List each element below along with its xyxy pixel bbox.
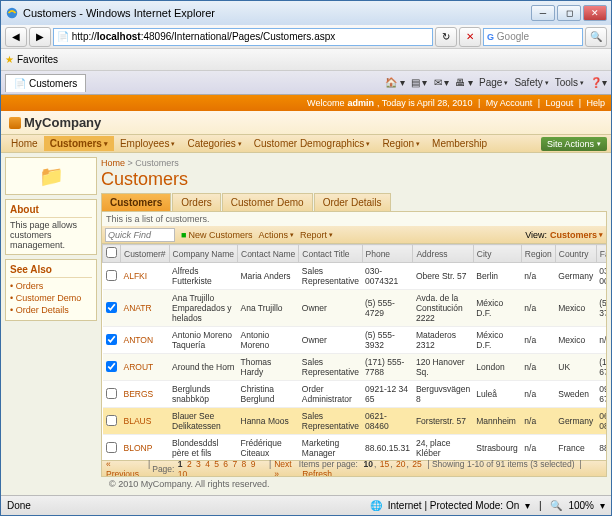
zoom-icon[interactable]: 🔍: [550, 500, 562, 511]
column-header[interactable]: [103, 245, 121, 263]
seealso-item[interactable]: Order Details: [10, 304, 92, 316]
address-bar[interactable]: 📄 http://localhost:48096/International/P…: [53, 28, 433, 46]
pager-page[interactable]: 1: [178, 459, 183, 469]
help-icon[interactable]: ❓▾: [590, 77, 607, 88]
subtab-order-details[interactable]: Order Details: [314, 193, 391, 211]
row-checkbox[interactable]: [106, 302, 117, 313]
protected-mode-toggle[interactable]: ▾: [525, 500, 530, 511]
pager-next[interactable]: Next »: [274, 459, 298, 478]
table-row[interactable]: AROUTAround the HornThomas HardySales Re…: [103, 354, 607, 381]
pager-refresh[interactable]: Refresh: [302, 469, 332, 478]
pager-prev[interactable]: « Previous: [106, 459, 145, 478]
forward-button[interactable]: ▶: [29, 27, 51, 47]
column-header[interactable]: Company Name: [169, 245, 237, 263]
subtab-customers[interactable]: Customers: [101, 193, 171, 211]
pager-page[interactable]: 4: [205, 459, 210, 469]
nav-item-employees[interactable]: Employees▾: [114, 136, 181, 151]
tools-menu[interactable]: Tools: [555, 77, 584, 88]
search-box[interactable]: G Google: [483, 28, 583, 46]
column-header[interactable]: Contact Title: [299, 245, 362, 263]
row-checkbox[interactable]: [106, 270, 117, 281]
row-checkbox[interactable]: [106, 388, 117, 399]
print-icon[interactable]: 🖶 ▾: [455, 77, 473, 88]
pager-page[interactable]: 7: [232, 459, 237, 469]
report-menu[interactable]: Report: [300, 230, 333, 240]
logout-link[interactable]: Logout: [546, 98, 574, 108]
pager-page[interactable]: 10: [178, 469, 187, 478]
table-row[interactable]: ANATRAna Trujillo Emparedados y heladosA…: [103, 290, 607, 327]
zoom-level[interactable]: 100%: [568, 500, 594, 511]
stop-button[interactable]: ✕: [459, 27, 481, 47]
pager-page[interactable]: 8: [242, 459, 247, 469]
customer-id-link[interactable]: ALFKI: [121, 263, 170, 290]
nav-item-categories[interactable]: Categories▾: [181, 136, 247, 151]
customer-id-link[interactable]: AROUT: [121, 354, 170, 381]
quickfind-input[interactable]: [105, 228, 175, 242]
table-row[interactable]: ALFKIAlfreds FutterkisteMaria AndersSale…: [103, 263, 607, 290]
site-actions-button[interactable]: Site Actions: [541, 137, 607, 151]
safety-menu[interactable]: Safety: [514, 77, 548, 88]
minimize-button[interactable]: ─: [531, 5, 555, 21]
customer-id-link[interactable]: BLONP: [121, 435, 170, 461]
column-header[interactable]: Region: [521, 245, 555, 263]
pager-page[interactable]: 9: [251, 459, 256, 469]
table-row[interactable]: ANTONAntonio Moreno TaqueríaAntonio More…: [103, 327, 607, 354]
nav-item-customers[interactable]: Customers▾: [44, 136, 114, 151]
customer-id-link[interactable]: BLAUS: [121, 408, 170, 435]
column-header[interactable]: City: [473, 245, 521, 263]
subtab-orders[interactable]: Orders: [172, 193, 221, 211]
table-row[interactable]: BLONPBlondesddsl père et filsFrédérique …: [103, 435, 607, 461]
pager-page[interactable]: 3: [196, 459, 201, 469]
seealso-item[interactable]: Orders: [10, 280, 92, 292]
nav-item-region[interactable]: Region▾: [376, 136, 426, 151]
pager-page[interactable]: 5: [214, 459, 219, 469]
actions-menu[interactable]: Actions: [258, 230, 294, 240]
new-customers-button[interactable]: ■New Customers: [181, 230, 252, 240]
pager-ipp[interactable]: 20: [396, 459, 405, 469]
column-header[interactable]: Address: [413, 245, 473, 263]
back-button[interactable]: ◀: [5, 27, 27, 47]
mail-icon[interactable]: ✉ ▾: [434, 77, 450, 88]
site-logo[interactable]: MyCompany: [9, 115, 101, 130]
maximize-button[interactable]: ◻: [557, 5, 581, 21]
pager-ipp[interactable]: 25: [412, 459, 421, 469]
refresh-button[interactable]: ↻: [435, 27, 457, 47]
my-account-link[interactable]: My Account: [486, 98, 533, 108]
pager-page[interactable]: 2: [187, 459, 192, 469]
help-link[interactable]: Help: [586, 98, 605, 108]
column-header[interactable]: Contact Name: [238, 245, 299, 263]
zoom-dropdown[interactable]: ▾: [600, 500, 605, 511]
column-header[interactable]: Country: [555, 245, 596, 263]
pager-ipp[interactable]: 10: [364, 459, 373, 469]
seealso-item[interactable]: Customer Demo: [10, 292, 92, 304]
column-header[interactable]: Customer#: [121, 245, 170, 263]
column-header[interactable]: Phone: [362, 245, 413, 263]
breadcrumb-home[interactable]: Home: [101, 158, 125, 168]
row-checkbox[interactable]: [106, 415, 117, 426]
customer-id-link[interactable]: ANTON: [121, 327, 170, 354]
select-all-checkbox[interactable]: [106, 247, 117, 258]
favorites-star-icon[interactable]: ★: [5, 54, 14, 65]
favorites-label[interactable]: Favorites: [17, 54, 58, 65]
customer-id-link[interactable]: BERGS: [121, 381, 170, 408]
table-row[interactable]: BLAUSBlauer See DelikatessenHanna MoosSa…: [103, 408, 607, 435]
search-button[interactable]: 🔍: [585, 27, 607, 47]
column-header[interactable]: Fax: [596, 245, 606, 263]
home-icon[interactable]: 🏠 ▾: [385, 77, 405, 88]
close-button[interactable]: ✕: [583, 5, 607, 21]
browser-tab[interactable]: 📄 Customers: [5, 74, 86, 92]
nav-item-home[interactable]: Home: [5, 136, 44, 151]
customer-id-link[interactable]: ANATR: [121, 290, 170, 327]
page-menu[interactable]: Page: [479, 77, 508, 88]
row-checkbox[interactable]: [106, 361, 117, 372]
pager-ipp[interactable]: 15: [380, 459, 389, 469]
view-selector[interactable]: Customers: [550, 230, 603, 240]
row-checkbox[interactable]: [106, 334, 117, 345]
nav-item-customer-demographics[interactable]: Customer Demographics▾: [248, 136, 377, 151]
feeds-icon[interactable]: ▤ ▾: [411, 77, 428, 88]
pager-page[interactable]: 6: [223, 459, 228, 469]
nav-item-membership[interactable]: Membership: [426, 136, 493, 151]
row-checkbox[interactable]: [106, 442, 117, 453]
table-row[interactable]: BERGSBerglunds snabbköpChristina Berglun…: [103, 381, 607, 408]
subtab-customer-demo[interactable]: Customer Demo: [222, 193, 313, 211]
